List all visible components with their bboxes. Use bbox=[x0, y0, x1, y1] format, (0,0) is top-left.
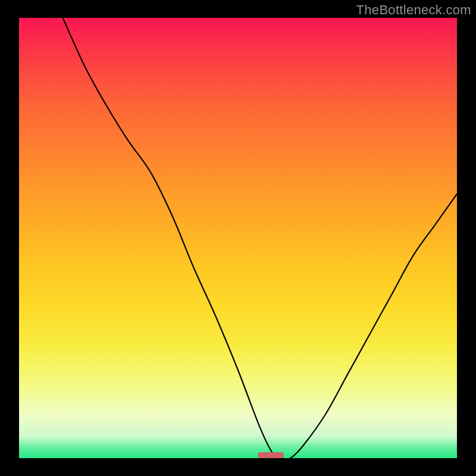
chart-frame: TheBottleneck.com bbox=[0, 0, 476, 476]
optimal-marker bbox=[258, 452, 284, 458]
watermark-text: TheBottleneck.com bbox=[356, 2, 471, 18]
bottleneck-curve-path bbox=[63, 18, 457, 458]
curve-svg bbox=[19, 18, 457, 458]
plot-area bbox=[19, 18, 457, 458]
